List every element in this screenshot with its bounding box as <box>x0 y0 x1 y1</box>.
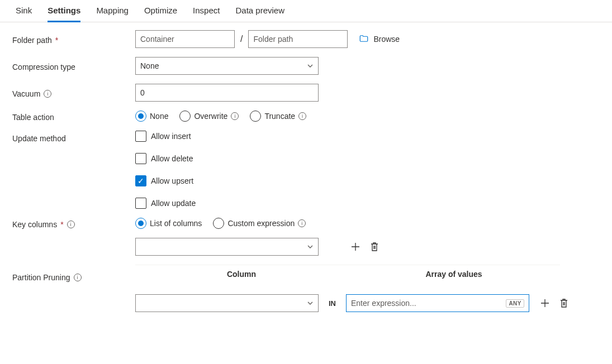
delete-key-column-button[interactable] <box>369 241 380 252</box>
label-vacuum: Vacuum i <box>12 87 135 98</box>
tab-mapping[interactable]: Mapping <box>96 6 129 22</box>
radio-table-overwrite[interactable]: Overwrite i <box>179 111 239 122</box>
browse-button[interactable]: Browse <box>359 33 400 45</box>
tab-inspect[interactable]: Inspect <box>193 6 220 22</box>
compression-type-select[interactable]: None <box>135 57 319 75</box>
section-divider <box>135 265 560 265</box>
radio-table-none[interactable]: None <box>135 111 168 122</box>
tab-optimize[interactable]: Optimize <box>144 6 177 22</box>
radio-key-custom[interactable]: Custom expression i <box>213 218 306 229</box>
tab-sink[interactable]: Sink <box>16 6 32 22</box>
in-operator-label: IN <box>329 299 336 308</box>
tab-bar: Sink Settings Mapping Optimize Inspect D… <box>0 0 612 22</box>
partition-column-select[interactable] <box>135 294 319 312</box>
tab-data-preview[interactable]: Data preview <box>235 6 284 22</box>
label-folder-path: Folder path* <box>12 33 135 45</box>
info-icon[interactable]: i <box>298 112 306 120</box>
tab-settings[interactable]: Settings <box>48 6 80 22</box>
label-key-columns: Key columns* i <box>12 218 135 229</box>
chevron-down-icon <box>307 63 314 69</box>
checkbox-allow-delete[interactable]: Allow delete <box>135 153 196 164</box>
radio-key-list[interactable]: List of columns <box>135 218 202 229</box>
expression-input[interactable]: Enter expression... ANY <box>346 294 529 312</box>
info-icon[interactable]: i <box>231 112 239 120</box>
checkbox-allow-insert[interactable]: Allow insert <box>135 131 196 142</box>
partition-array-header: Array of values <box>348 270 560 279</box>
info-icon[interactable]: i <box>44 90 51 98</box>
chevron-down-icon <box>307 243 314 250</box>
required-asterisk: * <box>60 220 63 229</box>
folder-icon <box>359 33 369 45</box>
label-update-method: Update method <box>12 131 135 143</box>
add-key-column-button[interactable] <box>350 241 361 252</box>
label-partition-pruning: Partition Pruning i <box>12 270 135 282</box>
checkbox-allow-upsert[interactable]: ✓ Allow upsert <box>135 175 196 186</box>
vacuum-input[interactable] <box>135 84 319 102</box>
info-icon[interactable]: i <box>74 274 82 281</box>
info-icon[interactable]: i <box>67 221 75 228</box>
path-separator: / <box>240 34 243 44</box>
chevron-down-icon <box>307 300 314 306</box>
delete-partition-row-button[interactable] <box>558 298 570 309</box>
key-column-select[interactable] <box>135 238 319 256</box>
radio-table-truncate[interactable]: Truncate i <box>250 111 306 122</box>
label-table-action: Table action <box>12 111 135 122</box>
add-partition-row-button[interactable] <box>539 298 551 309</box>
checkbox-allow-update[interactable]: Allow update <box>135 198 196 209</box>
partition-column-header: Column <box>135 270 348 279</box>
label-compression-type: Compression type <box>12 60 135 71</box>
checkmark-icon: ✓ <box>137 177 144 185</box>
container-input[interactable] <box>135 30 235 48</box>
folder-path-input[interactable] <box>248 30 348 48</box>
info-icon[interactable]: i <box>298 219 306 227</box>
required-asterisk: * <box>55 36 58 45</box>
any-badge: ANY <box>506 299 524 308</box>
